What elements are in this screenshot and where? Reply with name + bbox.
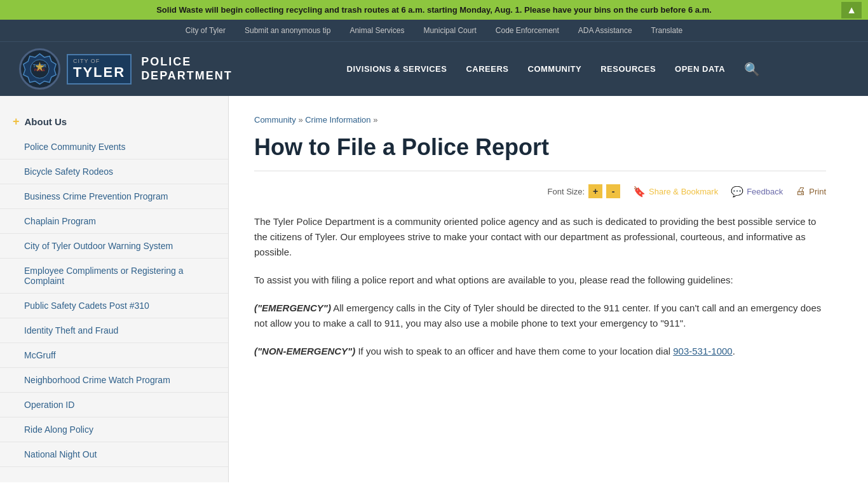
sidebar-item-police-community-events[interactable]: Police Community Events (0, 135, 228, 159)
dept-line1: POLICE (141, 55, 233, 69)
main-nav: DIVISIONS & SERVICES CAREERS COMMUNITY R… (258, 61, 849, 77)
breadcrumb-sep1: » (298, 115, 305, 125)
topnav-animal-services[interactable]: Animal Services (349, 26, 404, 35)
dept-name: POLICE DEPARTMENT (141, 55, 233, 83)
nav-open-data[interactable]: OPEN DATA (675, 61, 725, 77)
sidebar-item-ride-along-policy[interactable]: Ride Along Policy (0, 417, 228, 442)
sidebar-item-public-safety-cadets[interactable]: Public Safety Cadets Post #310 (0, 294, 228, 318)
feedback-icon: 💬 (731, 186, 743, 198)
sidebar-item-bicycle-safety-rodeos[interactable]: Bicycle Safety Rodeos (0, 159, 228, 184)
intro-paragraph: The Tyler Police Department is a communi… (254, 214, 826, 260)
emergency-label: ("EMERGENCY") (254, 302, 331, 313)
nav-community[interactable]: COMMUNITY (528, 61, 582, 77)
sidebar-item-chaplain-program[interactable]: Chaplain Program (0, 209, 228, 234)
alert-text: Solid Waste will begin collecting recycl… (156, 5, 712, 15)
feedback-link[interactable]: 💬 Feedback (731, 186, 783, 198)
site-header: TYLER POLICE CITY OF TYLER POLICE DEPART… (0, 41, 868, 96)
non-emergency-end: . (733, 346, 735, 356)
sidebar-item-operation-id[interactable]: Operation ID (0, 393, 228, 417)
svg-text:POLICE: POLICE (34, 69, 45, 72)
topnav-anonymous-tip[interactable]: Submit an anonymous tip (245, 26, 330, 35)
topnav-translate[interactable]: Translate (651, 26, 683, 35)
sidebar-item-outdoor-warning-system[interactable]: City of Tyler Outdoor Warning System (0, 234, 228, 259)
font-size-controls: Font Size: + - (548, 184, 621, 198)
content-body: The Tyler Police Department is a communi… (254, 214, 826, 359)
non-emergency-label: ("NON-EMERGENCY") (254, 346, 355, 356)
about-us-label: About Us (25, 116, 67, 127)
dept-line2: DEPARTMENT (141, 69, 233, 83)
actions-bar: Font Size: + - 🔖 Share & Bookmark 💬 Feed… (254, 184, 826, 198)
feedback-label: Feedback (747, 187, 783, 196)
breadcrumb: Community » Crime Information » (254, 115, 826, 125)
tyler-logo: CITY OF TYLER (67, 54, 132, 85)
sidebar-item-identity-theft[interactable]: Identity Theft and Fraud (0, 318, 228, 343)
emergency-paragraph: ("EMERGENCY") All emergency calls in the… (254, 301, 826, 331)
sidebar-item-employee-compliments[interactable]: Employee Compliments or Registering a Co… (0, 259, 228, 294)
emergency-text: All emergency calls in the City of Tyler… (254, 302, 821, 329)
page-title: How to File a Police Report (254, 134, 826, 172)
topnav-city-of-tyler[interactable]: City of Tyler (186, 26, 226, 35)
main-content: Community » Crime Information » How to F… (229, 96, 851, 482)
share-icon: 🔖 (633, 186, 646, 198)
tyler-text: TYLER (73, 64, 125, 81)
topnav-ada-assistance[interactable]: ADA Assistance (578, 26, 632, 35)
guidelines-intro: To assist you with filing a police repor… (254, 273, 826, 288)
print-icon: 🖨 (796, 186, 806, 197)
print-link[interactable]: 🖨 Print (796, 186, 826, 197)
top-nav: City of Tyler Submit an anonymous tip An… (0, 20, 868, 41)
font-decrease-button[interactable]: - (606, 184, 620, 198)
non-emergency-paragraph: ("NON-EMERGENCY") If you wish to speak t… (254, 344, 826, 359)
logo-area: TYLER POLICE CITY OF TYLER POLICE DEPART… (19, 48, 233, 90)
print-label: Print (809, 187, 826, 196)
topnav-code-enforcement[interactable]: Code Enforcement (496, 26, 559, 35)
sidebar-item-neighborhood-crime-watch[interactable]: Neighborhood Crime Watch Program (0, 368, 228, 393)
sidebar-item-national-night-out[interactable]: National Night Out (0, 442, 228, 467)
share-label: Share & Bookmark (649, 187, 718, 196)
breadcrumb-crime-information[interactable]: Crime Information (305, 115, 370, 125)
share-bookmark-link[interactable]: 🔖 Share & Bookmark (633, 186, 718, 198)
page-layout: + About Us Police Community Events Bicyc… (0, 96, 868, 482)
topnav-municipal-court[interactable]: Municipal Court (423, 26, 476, 35)
nav-careers[interactable]: CAREERS (466, 61, 508, 77)
breadcrumb-sep2: » (373, 115, 377, 125)
alert-banner: Solid Waste will begin collecting recycl… (0, 0, 868, 20)
breadcrumb-community[interactable]: Community (254, 115, 296, 125)
sidebar-item-business-crime-prevention[interactable]: Business Crime Prevention Program (0, 184, 228, 209)
plus-icon: + (13, 115, 20, 128)
phone-number-link[interactable]: 903-531-1000 (673, 346, 732, 356)
nav-divisions-services[interactable]: DIVISIONS & SERVICES (347, 61, 447, 77)
search-button[interactable]: 🔍 (744, 62, 760, 77)
police-badge-logo: TYLER POLICE (19, 48, 60, 90)
alert-close-button[interactable]: ▲ (841, 2, 862, 18)
non-emergency-text: If you wish to speak to an officer and h… (355, 346, 673, 356)
sidebar: + About Us Police Community Events Bicyc… (0, 96, 229, 482)
sidebar-item-mcgruff[interactable]: McGruff (0, 343, 228, 368)
font-size-label: Font Size: (548, 187, 585, 196)
city-of-label: CITY OF (73, 58, 125, 64)
nav-resources[interactable]: RESOURCES (600, 61, 656, 77)
badge-svg: TYLER POLICE (22, 51, 57, 86)
font-increase-button[interactable]: + (588, 184, 602, 198)
sidebar-about-us[interactable]: + About Us (0, 109, 228, 135)
